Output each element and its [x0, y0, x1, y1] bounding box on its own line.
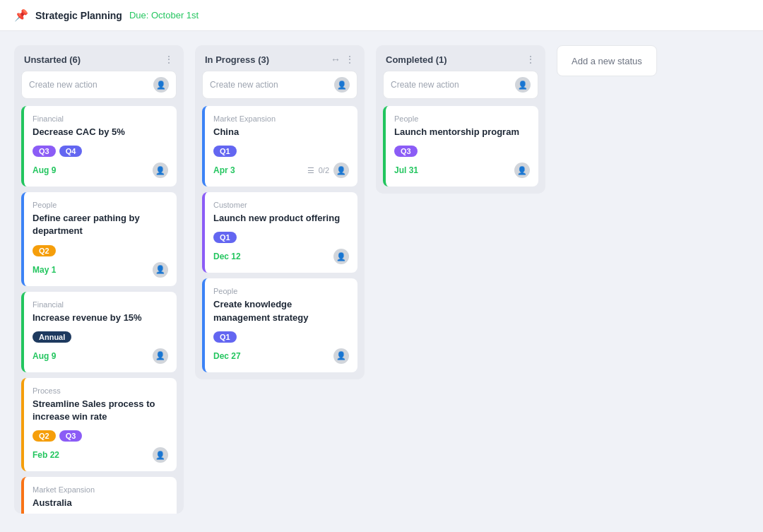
card[interactable]: Market ExpansionChinaQ1Apr 3☰ 0/2👤 [202, 106, 357, 187]
card-title: Define career pathing by department [32, 212, 168, 237]
avatar: 👤 [333, 162, 349, 178]
create-action-input[interactable]: Create new action👤 [21, 71, 177, 99]
card-category: Financial [32, 114, 168, 123]
card-meta: ☰ 0/2 [307, 166, 329, 175]
card-footer: Dec 12👤 [213, 249, 349, 264]
expand-icon[interactable]: ↔ [331, 54, 341, 65]
avatar: 👤 [515, 77, 531, 93]
card-title: Streamline Sales process to increase win… [32, 398, 168, 423]
card-title: Launch new product offering [213, 212, 349, 225]
tag: Q3 [32, 146, 56, 157]
card-right-actions: 👤 [333, 348, 349, 364]
add-status-button[interactable]: Add a new status [557, 45, 657, 76]
card-tags: Q1 [213, 331, 349, 343]
card-footer: Aug 9👤 [32, 162, 168, 178]
card-tags: Q3 [394, 146, 530, 157]
avatar: 👤 [153, 447, 168, 463]
card-tags: Q1 [213, 232, 349, 243]
card-right-actions: 👤 [153, 262, 168, 278]
column-title: Completed (1) [386, 54, 447, 65]
card-tags: Q1 [213, 146, 349, 157]
card-right-actions: 👤 [333, 249, 349, 264]
avatar: 👤 [153, 262, 168, 278]
card-title: Launch mentorship program [394, 126, 530, 138]
card-category: Process [32, 386, 168, 395]
card-category: Market Expansion [32, 485, 168, 494]
column-title: In Progress (3) [205, 54, 269, 65]
card-tags: Q3Q4 [32, 146, 168, 157]
card[interactable]: PeopleDefine career pathing by departmen… [21, 192, 177, 285]
card-footer: Feb 22👤 [32, 447, 168, 463]
avatar: 👤 [153, 348, 168, 364]
card-footer: Apr 3☰ 0/2👤 [213, 162, 349, 178]
avatar: 👤 [333, 249, 349, 264]
card-right-actions: 👤 [153, 447, 168, 463]
card-date: Apr 3 [213, 165, 235, 175]
avatar: 👤 [333, 348, 349, 364]
card-tags: Q2Q3 [32, 430, 168, 442]
card[interactable]: PeopleLaunch mentorship programQ3Jul 31👤 [383, 106, 538, 187]
card-footer: Dec 27👤 [213, 348, 349, 364]
card-footer: May 1👤 [32, 262, 168, 278]
card[interactable]: FinancialDecrease CAC by 5%Q3Q4Aug 9👤 [21, 106, 177, 187]
pin-icon: 📌 [14, 8, 28, 22]
tag: Q2 [32, 245, 56, 256]
card-date: Jul 31 [394, 165, 418, 175]
cards-list: Market ExpansionChinaQ1Apr 3☰ 0/2👤Custom… [195, 106, 365, 379]
tag: Q3 [59, 430, 83, 442]
checklist-count: 0/2 [319, 166, 329, 175]
cards-list: PeopleLaunch mentorship programQ3Jul 31👤 [376, 106, 545, 194]
column-header: Unstarted (6)⋮ [14, 45, 184, 71]
tag: Q4 [59, 146, 83, 157]
column-inprogress: In Progress (3)↔⋮Create new action👤Marke… [195, 45, 365, 379]
card-title: Australia [32, 497, 168, 509]
column-menu-icon[interactable]: ⋮ [345, 54, 355, 65]
card-title: Decrease CAC by 5% [32, 126, 168, 138]
column-header: Completed (1)⋮ [376, 45, 545, 71]
card[interactable]: Market ExpansionAustraliaQ2Q3...👤 [21, 477, 177, 514]
card[interactable]: ProcessStreamline Sales process to incre… [21, 378, 177, 471]
cards-list: FinancialDecrease CAC by 5%Q3Q4Aug 9👤Peo… [14, 106, 184, 514]
column-title: Unstarted (6) [24, 54, 81, 65]
card-category: Customer [213, 201, 349, 209]
card-date: Aug 9 [32, 351, 56, 361]
card-title: Increase revenue by 15% [32, 312, 168, 324]
column-menu-icon[interactable]: ⋮ [526, 54, 536, 65]
card-category: People [213, 287, 349, 295]
card-category: Market Expansion [213, 114, 349, 123]
column-menu-icon[interactable]: ⋮ [164, 54, 174, 65]
avatar: 👤 [514, 162, 530, 178]
avatar: 👤 [334, 77, 350, 93]
card[interactable]: PeopleCreate knowledge management strate… [202, 278, 357, 372]
tag: Q1 [213, 146, 237, 157]
column-header: In Progress (3)↔⋮ [195, 45, 365, 71]
card-date: Aug 9 [32, 165, 56, 175]
card-footer: Aug 9👤 [32, 348, 168, 364]
card-right-actions: 👤 [153, 348, 168, 364]
card-right-actions: 👤 [514, 162, 530, 178]
checklist-icon: ☰ [307, 166, 314, 175]
tag: Q3 [394, 146, 418, 157]
card-footer: Jul 31👤 [394, 162, 530, 178]
card-date: Dec 12 [213, 252, 241, 261]
card[interactable]: CustomerLaunch new product offeringQ1Dec… [202, 192, 357, 273]
card-right-actions: 👤 [153, 162, 168, 178]
page-header: 📌 Strategic Planning Due: October 1st [0, 0, 763, 31]
tag: Q1 [213, 331, 237, 343]
card[interactable]: FinancialIncrease revenue by 15%AnnualAu… [21, 292, 177, 372]
tag: Q1 [213, 232, 237, 243]
card-date: Feb 22 [32, 450, 59, 460]
create-action-input[interactable]: Create new action👤 [202, 71, 357, 99]
kanban-board: Unstarted (6)⋮Create new action👤Financia… [0, 31, 763, 528]
avatar: 👤 [153, 77, 169, 93]
tag: Q2 [32, 430, 56, 442]
card-category: People [32, 201, 168, 209]
card-title: China [213, 126, 349, 138]
create-action-input[interactable]: Create new action👤 [383, 71, 538, 99]
avatar: 👤 [153, 162, 168, 178]
card-category: People [394, 114, 530, 123]
card-tags: Annual [32, 331, 168, 343]
card-title: Create knowledge management strategy [213, 298, 349, 324]
column-unstarted: Unstarted (6)⋮Create new action👤Financia… [14, 45, 184, 514]
card-right-actions: ☰ 0/2👤 [307, 162, 349, 178]
